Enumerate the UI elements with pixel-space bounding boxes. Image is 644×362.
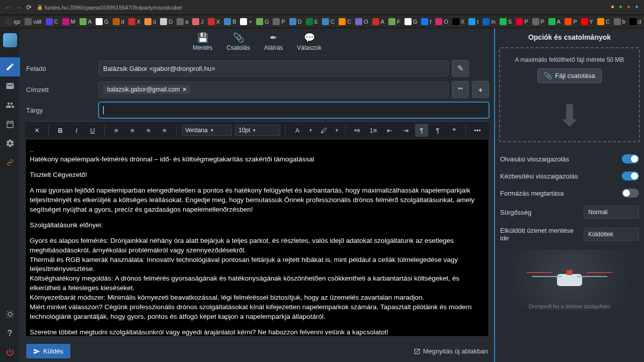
bookmark-item[interactable]: D xyxy=(289,18,302,25)
nav-help[interactable]: ? xyxy=(0,324,20,343)
attach-button[interactable]: 📎 Csatolás xyxy=(226,32,250,51)
attachment-dropzone[interactable]: A maximális feltölthető fájl mérete 50 M… xyxy=(499,47,640,142)
bookmark-item[interactable]: O xyxy=(355,18,368,25)
bookmark-item[interactable]: d xyxy=(113,18,124,25)
bookmark-item[interactable]: P xyxy=(516,18,528,25)
bookmark-item[interactable]: G xyxy=(96,18,109,25)
align-justify-button[interactable]: ≡ xyxy=(158,124,171,137)
outdent-button[interactable]: ⇤ xyxy=(383,124,396,137)
bookmark-item[interactable]: in xyxy=(482,18,496,25)
bookmark-item[interactable]: P xyxy=(273,18,285,25)
highlight-caret[interactable]: ▾ xyxy=(333,124,340,137)
nav-calendar[interactable] xyxy=(0,115,20,134)
bookmark-item[interactable]: C xyxy=(597,18,610,25)
save-sent-select[interactable]: Küldöttek xyxy=(584,228,639,241)
bookmark-item[interactable]: G xyxy=(405,18,418,25)
bookmark-item[interactable]: C xyxy=(46,18,58,25)
clear-format-button[interactable]: ✕ xyxy=(30,124,43,137)
bookmark-item[interactable]: A xyxy=(548,18,560,25)
subject-input[interactable] xyxy=(99,102,489,118)
url-display[interactable]: 🔒 furdes.hu:2096/cpsess0169515547/3rdpar… xyxy=(37,5,182,11)
nav-link[interactable] xyxy=(0,153,20,172)
bookmark-item[interactable]: Y xyxy=(581,18,593,25)
nav-back-icon[interactable]: ← xyxy=(5,4,12,12)
bookmark-item[interactable]: igz xyxy=(5,18,21,25)
nav-mail[interactable] xyxy=(0,76,20,96)
message-body[interactable]: -- Hatékony napelempark-felmérés drónnal… xyxy=(25,139,489,337)
bookmark-item[interactable]: C xyxy=(322,18,335,25)
ltr-button[interactable]: ¶ xyxy=(415,124,428,137)
open-new-window-button[interactable]: Megnyitás új ablakban xyxy=(414,347,488,355)
bold-button[interactable]: B xyxy=(54,124,67,137)
bookmark-item[interactable]: B xyxy=(224,18,236,25)
ext-icon-3[interactable]: ● xyxy=(627,3,633,9)
edit-identity-button[interactable]: ✎ xyxy=(452,60,469,77)
bookmark-item[interactable]: F xyxy=(388,18,400,25)
ext-icon-2[interactable]: ● xyxy=(619,3,625,9)
app-logo[interactable] xyxy=(3,33,17,47)
bulleted-list-button[interactable]: •≡ xyxy=(351,124,364,137)
to-field[interactable]: balazsik.gabor@gmail.com × xyxy=(99,81,449,98)
font-family-select[interactable]: Verdana▾ xyxy=(182,125,232,136)
bookmark-item[interactable]: b xyxy=(614,18,625,25)
bookmark-item[interactable]: A xyxy=(372,18,384,25)
add-recipient-button[interactable]: + xyxy=(472,81,489,98)
save-button[interactable]: 💾 Mentés xyxy=(193,32,212,51)
ext-icon-1[interactable]: ● xyxy=(611,3,617,9)
italic-button[interactable]: I xyxy=(70,124,83,137)
font-size-select[interactable]: 10pt▾ xyxy=(235,125,280,136)
remove-recipient-icon[interactable]: × xyxy=(183,86,186,93)
rtl-button[interactable]: ¶ xyxy=(431,124,444,137)
read-receipt-toggle[interactable] xyxy=(622,154,639,163)
bookmark-item[interactable]: S xyxy=(500,18,512,25)
bookmark-item[interactable]: váll xyxy=(25,18,42,25)
attach-file-button[interactable]: 📎 Fájl csatolása xyxy=(537,68,601,83)
bookmark-item[interactable]: A xyxy=(79,18,92,25)
send-button[interactable]: Küldés xyxy=(26,344,70,358)
add-contact-button[interactable] xyxy=(452,81,469,98)
reload-icon[interactable]: ⟳ xyxy=(26,4,32,11)
bookmark-item[interactable]: t xyxy=(468,18,478,25)
align-right-button[interactable]: ≡ xyxy=(142,124,155,137)
bookmark-item[interactable]: X xyxy=(452,18,464,25)
text-color-button[interactable]: A xyxy=(291,124,304,137)
align-center-button[interactable]: ≡ xyxy=(126,124,139,137)
align-left-button[interactable]: ≡ xyxy=(110,124,123,137)
bookmark-item[interactable]: O xyxy=(435,18,448,25)
bookmark-item[interactable]: a xyxy=(177,18,188,25)
nav-theme[interactable] xyxy=(0,305,20,324)
bookmark-item[interactable]: + xyxy=(240,18,252,25)
nav-contacts[interactable] xyxy=(0,96,20,115)
bookmark-item[interactable]: X xyxy=(208,18,220,25)
text-color-caret[interactable]: ▾ xyxy=(307,124,314,137)
bookmark-item[interactable]: X xyxy=(128,18,140,25)
bookmark-item[interactable]: D xyxy=(160,18,173,25)
bookmark-item[interactable]: M xyxy=(62,18,75,25)
ext-icon-4[interactable]: ● xyxy=(635,3,641,9)
bookmark-item[interactable]: f xyxy=(421,18,431,25)
more-tools-button[interactable]: ••• xyxy=(471,124,484,137)
bookmark-item[interactable]: G xyxy=(256,18,269,25)
bookmark-item[interactable]: J xyxy=(192,18,204,25)
delivery-receipt-toggle[interactable] xyxy=(622,171,639,180)
highlight-button[interactable]: 🖊 xyxy=(317,124,330,137)
priority-select[interactable]: Normál xyxy=(584,206,639,219)
bookmark-item[interactable]: E xyxy=(306,18,318,25)
keep-format-toggle[interactable] xyxy=(622,189,639,198)
responses-button[interactable]: 💬 Válaszok xyxy=(297,32,321,51)
signature-button[interactable]: ✒ Aláírás xyxy=(264,32,283,51)
bookmark-item[interactable]: P xyxy=(532,18,544,25)
bookmark-item[interactable]: d xyxy=(629,18,641,25)
nav-logout[interactable] xyxy=(0,343,20,362)
underline-button[interactable]: U xyxy=(86,124,99,137)
from-field[interactable]: Balázsik Gábor <gabor@dronprofi.hu> xyxy=(99,60,449,76)
indent-button[interactable]: ⇥ xyxy=(399,124,412,137)
nav-forward-icon[interactable]: → xyxy=(15,4,22,12)
numbered-list-button[interactable]: 1≡ xyxy=(367,124,380,137)
bookmark-item[interactable]: P xyxy=(565,18,577,25)
bookmark-item[interactable]: ú xyxy=(144,18,156,25)
nav-compose[interactable] xyxy=(0,57,20,76)
blockquote-button[interactable]: ❝ xyxy=(447,124,460,137)
nav-settings[interactable] xyxy=(0,134,20,153)
recipient-pill[interactable]: balazsik.gabor@gmail.com × xyxy=(103,85,190,94)
